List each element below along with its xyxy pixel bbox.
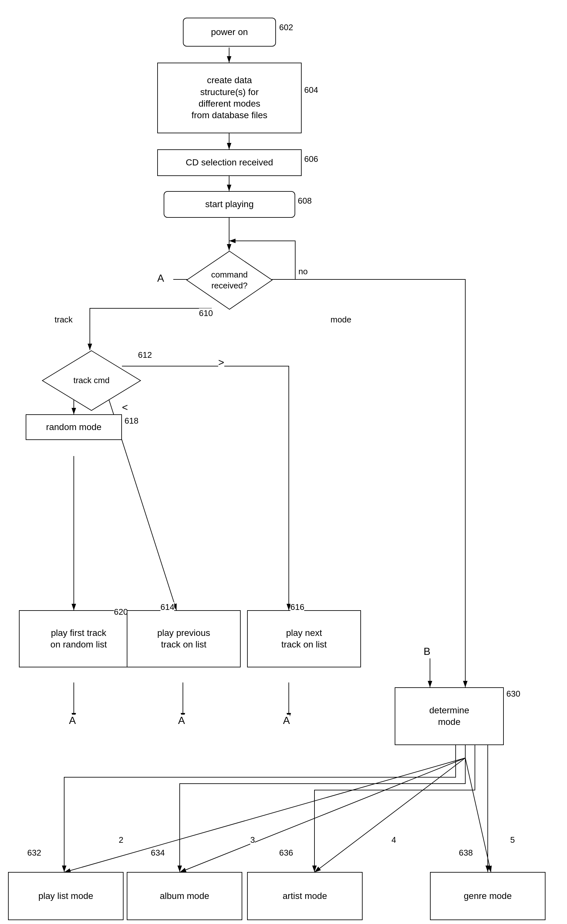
ref-634-num: 634 xyxy=(151,848,165,858)
num-2: 2 xyxy=(119,835,123,845)
play-first-random-box: play first track on random list xyxy=(19,610,138,667)
svg-line-16 xyxy=(180,758,465,872)
power-on-box: power on xyxy=(183,18,276,47)
ref-612: 612 xyxy=(138,350,152,360)
label-A-left: A xyxy=(157,272,164,284)
ref-602: 602 xyxy=(279,23,293,32)
create-data-box: create data structure(s) for different m… xyxy=(157,63,302,133)
genre-mode-box: genre mode xyxy=(430,872,546,920)
play-list-mode-box: play list mode xyxy=(8,872,123,920)
label-no: no xyxy=(298,266,308,277)
ref-618: 618 xyxy=(124,416,138,426)
num-3: 3 xyxy=(250,835,255,845)
ref-606: 606 xyxy=(304,154,318,164)
num-4: 4 xyxy=(392,835,396,845)
ref-616: 616 xyxy=(290,602,304,612)
flowchart-diagram: power on 602 create data structure(s) fo… xyxy=(0,0,567,924)
play-next-box: play next track on list xyxy=(247,610,361,667)
ref-610: 610 xyxy=(199,309,213,318)
label-less-than: < xyxy=(122,402,128,413)
ref-614: 614 xyxy=(160,602,174,612)
num-5: 5 xyxy=(510,835,515,845)
ref-638-num: 638 xyxy=(459,848,472,858)
command-received-diamond: command received? xyxy=(186,250,273,310)
ref-604: 604 xyxy=(304,85,318,95)
ref-630: 630 xyxy=(506,689,520,699)
ref-632-num: 632 xyxy=(27,848,41,858)
label-mode: mode xyxy=(330,315,351,325)
album-mode-box: album mode xyxy=(127,872,242,920)
determine-mode-box: determine mode xyxy=(394,687,504,745)
label-A2: A xyxy=(178,715,185,727)
cd-selection-box: CD selection received xyxy=(157,149,302,176)
svg-line-15 xyxy=(64,758,465,872)
label-A1: A xyxy=(69,715,76,727)
label-greater-than: > xyxy=(218,357,224,369)
random-mode-box: random mode xyxy=(26,414,122,440)
start-playing-box: start playing xyxy=(164,191,295,218)
label-track: track xyxy=(54,315,72,325)
label-B: B xyxy=(424,646,430,658)
arrows-svg xyxy=(0,0,567,924)
ref-636-num: 636 xyxy=(279,848,293,858)
svg-line-17 xyxy=(315,758,465,872)
play-previous-box: play previous track on list xyxy=(127,610,241,667)
ref-620: 620 xyxy=(114,607,128,617)
label-A3: A xyxy=(283,715,290,727)
artist-mode-box: artist mode xyxy=(247,872,363,920)
ref-608: 608 xyxy=(298,196,312,206)
